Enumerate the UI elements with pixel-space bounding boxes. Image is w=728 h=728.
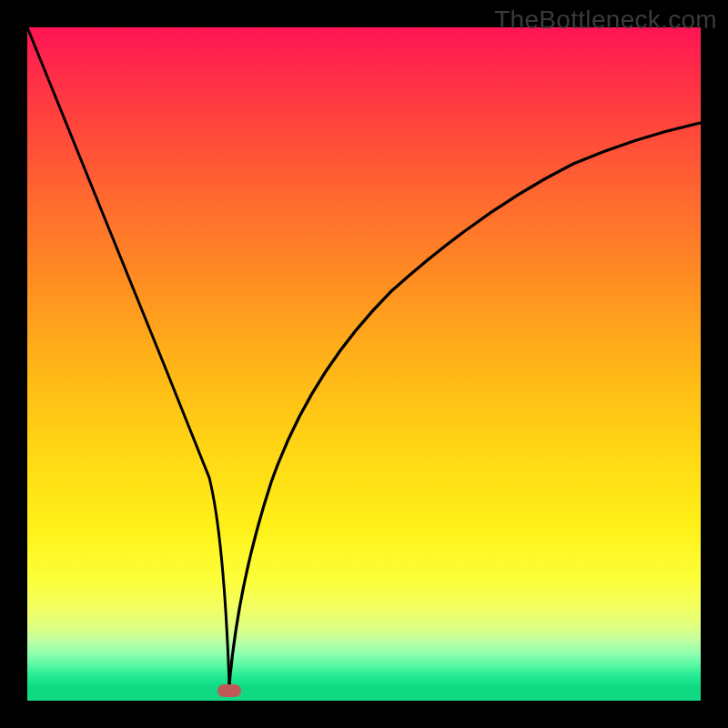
chart-frame: TheBottleneck.com: [0, 0, 728, 728]
curve-svg: [27, 27, 701, 701]
curve-right-branch: [229, 123, 701, 684]
plot-area: [27, 27, 701, 701]
curve-left-branch: [27, 27, 229, 684]
minimum-marker: [217, 684, 241, 697]
